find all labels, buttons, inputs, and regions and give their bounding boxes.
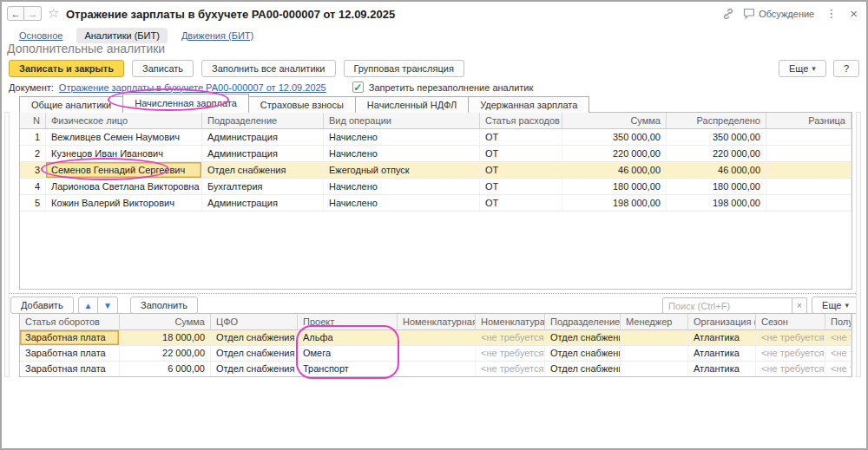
column-header[interactable]: Организация (ана... <box>688 314 756 330</box>
cell[interactable] <box>621 346 688 362</box>
cell[interactable] <box>766 146 852 162</box>
discussion-button[interactable]: Обсуждение <box>743 8 814 19</box>
cell[interactable]: 6 000,00 <box>120 362 211 377</box>
nav-tab-analitiki-bit[interactable]: Аналитики (БИТ) <box>76 28 167 43</box>
section-splitter[interactable] <box>7 293 861 294</box>
cell[interactable]: Кожин Валерий Викторович <box>46 195 202 212</box>
move-down-icon[interactable]: ▼ <box>98 297 118 314</box>
favorite-star-icon[interactable]: ☆ <box>48 5 59 21</box>
cell[interactable]: 22 000,00 <box>120 346 211 362</box>
back-button[interactable]: ← <box>7 6 24 21</box>
cell[interactable]: ОТ <box>480 179 562 195</box>
cell[interactable]: 2 <box>20 146 46 162</box>
cell[interactable]: Отдел снабжения <box>211 330 298 346</box>
tab-nachislennyi-ndfl[interactable]: Начисленный НДФЛ <box>355 96 469 113</box>
column-header[interactable]: Получате... <box>825 314 852 330</box>
cell[interactable]: <не требуется> <box>476 330 545 346</box>
cell[interactable]: Заработная плата <box>20 330 120 346</box>
cell[interactable]: <не требуется> <box>476 362 545 377</box>
document-link[interactable]: Отражение зарплаты в бухучете РА00-00000… <box>59 82 326 93</box>
cell[interactable]: Отдел снабжения <box>545 362 621 377</box>
save-button[interactable]: Записать <box>132 60 194 77</box>
table-row[interactable]: 2Кузнецов Иван ИвановичАдминистрацияНачи… <box>20 146 852 162</box>
move-up-icon[interactable]: ▲ <box>78 297 98 314</box>
cell[interactable]: Отдел снабжения <box>202 162 324 179</box>
cell[interactable]: Начислено <box>324 179 480 195</box>
cell[interactable]: <не требуется> <box>756 346 825 362</box>
column-header[interactable]: Разница <box>766 113 852 129</box>
cell[interactable] <box>621 330 688 346</box>
column-header[interactable]: Менеджер <box>621 314 688 330</box>
cell[interactable]: <не требуется> <box>825 362 852 377</box>
cell[interactable]: Отдел снабжения <box>545 346 621 362</box>
cell[interactable]: Ларионова Светлана Викторовна <box>46 179 202 195</box>
cell[interactable]: Альфа <box>298 330 398 346</box>
table-row[interactable]: 3Семенов Геннадий СергеевичОтдел снабжен… <box>20 162 852 179</box>
cell[interactable]: 3 <box>20 162 46 179</box>
cell[interactable]: Ежегодный отпуск <box>324 162 480 179</box>
cell[interactable]: 5 <box>20 195 46 212</box>
cell[interactable]: 180 000,00 <box>562 179 667 195</box>
right-scrollbar[interactable] <box>856 112 861 377</box>
more-menu-icon[interactable]: ⋮ <box>823 7 839 20</box>
column-header[interactable]: Статья расходов <box>480 113 562 129</box>
cell[interactable]: Администрация <box>202 129 324 146</box>
save-close-button[interactable]: Записать и закрыть <box>9 60 124 77</box>
cell[interactable]: Семенов Геннадий Сергеевич <box>46 162 202 179</box>
column-header[interactable]: Распределено <box>667 113 766 129</box>
tab-nachislennaya-zarplata[interactable]: Начисленная зарплата <box>122 94 249 113</box>
column-header[interactable]: Сумма <box>120 314 211 330</box>
help-button[interactable]: ? <box>833 60 859 77</box>
cell[interactable]: Бухгалтерия <box>202 179 324 195</box>
column-header[interactable]: Сумма <box>562 113 667 129</box>
column-header[interactable]: Сезон <box>756 314 825 330</box>
cell[interactable]: 220 000,00 <box>667 146 766 162</box>
column-header[interactable]: Номенклатура <box>476 314 545 330</box>
cell[interactable]: Начислено <box>324 195 480 212</box>
cell[interactable]: 198 000,00 <box>667 195 766 212</box>
column-header[interactable]: ЦФО <box>211 314 298 330</box>
cell[interactable]: Атлантика <box>688 362 756 377</box>
cell[interactable]: 350 000,00 <box>562 129 667 146</box>
more-button[interactable]: Еще▾ <box>779 60 826 77</box>
cell[interactable]: <не требуется> <box>756 362 825 377</box>
cell[interactable] <box>398 362 476 377</box>
cell[interactable] <box>766 195 852 212</box>
cell[interactable]: <не требуется> <box>825 346 852 362</box>
checkbox-box[interactable]: ✓ <box>352 82 364 93</box>
cell[interactable]: 220 000,00 <box>562 146 667 162</box>
table-row[interactable]: 4Ларионова Светлана ВикторовнаБухгалтери… <box>20 179 852 195</box>
table-row[interactable]: Заработная плата18 000,00Отдел снабжения… <box>20 330 852 346</box>
column-header[interactable]: N <box>20 113 46 129</box>
cell[interactable]: Начислено <box>324 129 480 146</box>
bottom-more-button[interactable]: Еще▾ <box>812 297 859 314</box>
cell[interactable]: 350 000,00 <box>667 129 766 146</box>
cell[interactable]: Отдел снабжения <box>211 362 298 377</box>
cell[interactable] <box>398 346 476 362</box>
cell[interactable]: 4 <box>20 179 46 195</box>
cell[interactable]: <не требуется> <box>476 346 545 362</box>
cell[interactable]: 18 000,00 <box>120 330 211 346</box>
cell[interactable]: 180 000,00 <box>667 179 766 195</box>
cell[interactable]: 46 000,00 <box>667 162 766 179</box>
tab-strahovye-vznosy[interactable]: Страховые взносы <box>248 96 356 113</box>
left-scrollbar[interactable] <box>4 112 10 377</box>
search-input[interactable] <box>662 297 792 314</box>
cell[interactable]: Администрация <box>202 195 324 212</box>
cell[interactable]: Атлантика <box>688 346 756 362</box>
cell[interactable]: Отдел снабжения <box>211 346 298 362</box>
cell[interactable]: 46 000,00 <box>562 162 667 179</box>
table-row[interactable]: 5Кожин Валерий ВикторовичАдминистрацияНа… <box>20 195 852 212</box>
column-header[interactable]: Подразделение <box>202 113 324 129</box>
nav-tab-osnovnoe[interactable]: Основное <box>19 30 62 41</box>
column-header[interactable]: Подразделение <box>545 314 621 330</box>
cell[interactable]: ОТ <box>480 146 562 162</box>
cell[interactable]: ОТ <box>480 195 562 212</box>
cell[interactable]: Заработная плата <box>20 362 120 377</box>
cell[interactable]: Отдел снабжения <box>545 330 621 346</box>
cell[interactable]: Заработная плата <box>20 346 120 362</box>
table-row[interactable]: 1Вежливцев Семен НаумовичАдминистрацияНа… <box>20 129 852 146</box>
cell[interactable]: Атлантика <box>688 330 756 346</box>
cell[interactable] <box>398 330 476 346</box>
search-clear-icon[interactable]: × <box>792 297 807 314</box>
